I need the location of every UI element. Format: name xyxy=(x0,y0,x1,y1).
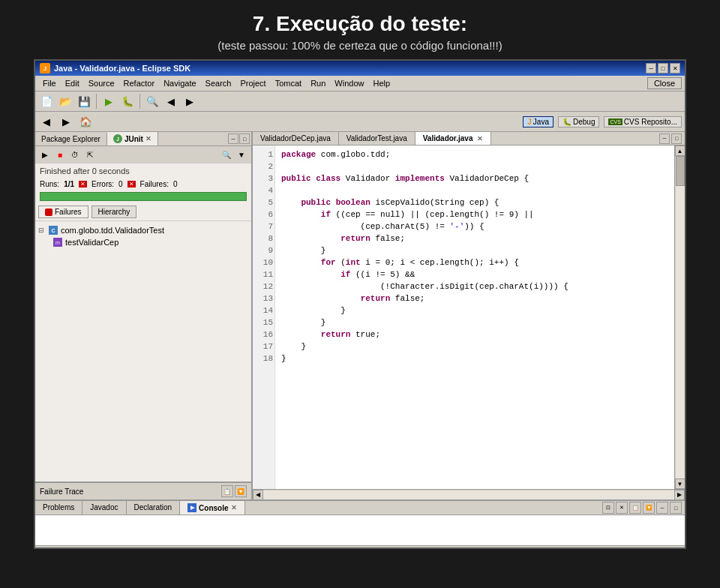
code-line-15: } xyxy=(281,316,668,328)
close-button[interactable]: Close xyxy=(647,77,682,89)
toolbar-search[interactable]: 🔍 xyxy=(144,93,160,110)
editor-tab-controls: ─ □ xyxy=(659,134,685,144)
line-num: 2 xyxy=(254,160,273,172)
toolbar-save[interactable]: 💾 xyxy=(76,93,92,110)
scroll-down[interactable]: ▼ xyxy=(675,478,686,489)
toolbar-back[interactable]: ◀ xyxy=(163,93,179,110)
title-text: Java - Validador.java - Eclipse SDK xyxy=(54,64,190,73)
slide-subtitle: (teste passou: 100% de certeza que o cód… xyxy=(0,39,720,52)
toolbar-home[interactable]: 🏠 xyxy=(77,113,94,130)
toolbar-row2: ◀ ▶ 🏠 J Java 🐛 Debug CVS CVS Reposito... xyxy=(35,112,685,132)
tab-console[interactable]: ▶ Console ✕ xyxy=(180,501,244,514)
line-num: 3 xyxy=(254,172,273,184)
editor-tab-close[interactable]: ✕ xyxy=(477,135,483,142)
menu-search[interactable]: Search xyxy=(201,77,236,89)
collapse-button[interactable]: ⇱ xyxy=(83,148,97,161)
cvs-perspective[interactable]: CVS CVS Reposito... xyxy=(604,116,682,128)
bottom-content xyxy=(35,515,685,545)
main-area: Package Explorer J JUnit ✕ ─ □ ▶ ■ ⏱ ⇱ xyxy=(35,132,685,500)
menu-tomcat[interactable]: Tomcat xyxy=(271,77,306,89)
menu-navigate[interactable]: Navigate xyxy=(159,77,200,89)
bt1[interactable]: ⊡ xyxy=(602,502,614,514)
tab-javadoc[interactable]: Javadoc xyxy=(82,501,126,514)
panel-toolbar-right: 🔍 ▼ xyxy=(220,148,248,161)
toolbar-debug[interactable]: 🐛 xyxy=(119,93,136,110)
debug-perspective[interactable]: 🐛 Debug xyxy=(558,116,599,128)
toolbar-forward[interactable]: ▶ xyxy=(182,93,198,110)
scroll-thumb[interactable] xyxy=(676,156,685,186)
bottom-panel: Problems Javadoc Declaration ▶ Console ✕… xyxy=(35,500,685,545)
scroll-up[interactable]: ▲ xyxy=(675,146,686,156)
tab-declaration[interactable]: Declaration xyxy=(127,501,181,514)
tab-junit[interactable]: J JUnit ✕ xyxy=(107,132,158,146)
junit-icon: J xyxy=(113,134,122,143)
code-content: package com.globo.tdd; public class Vali… xyxy=(275,146,674,489)
code-line-17: } xyxy=(281,340,668,352)
menu-button[interactable]: ▼ xyxy=(235,148,248,161)
tab-package-explorer[interactable]: Package Explorer xyxy=(35,133,107,146)
code-line-5: public boolean isCepValido(String cep) { xyxy=(281,196,668,208)
menu-file[interactable]: File xyxy=(38,77,61,89)
tab-problems[interactable]: Problems xyxy=(35,501,82,514)
code-line-16: return true; xyxy=(281,328,668,340)
toolbar-next[interactable]: ▶ xyxy=(58,113,74,130)
tab-failures[interactable]: Failures xyxy=(38,206,88,218)
bt2[interactable]: ✕ xyxy=(616,502,628,514)
toolbar-sep2 xyxy=(140,94,140,109)
console-close[interactable]: ✕ xyxy=(231,504,237,512)
tab-validadordecep[interactable]: ValidadorDeCep.java xyxy=(253,132,339,145)
console-icon: ▶ xyxy=(188,503,196,512)
bt6[interactable]: □ xyxy=(670,502,682,514)
toolbar-run[interactable]: ▶ xyxy=(100,93,117,110)
failure-trace-label: Failure Trace xyxy=(40,488,83,496)
panel-min[interactable]: ─ xyxy=(228,134,238,144)
errors-label: Errors: xyxy=(92,180,114,188)
code-line-7: (cep.charAt(5) != '-')) { xyxy=(281,220,668,232)
code-area: 1 2 3 4 5 6 7 8 9 10 11 12 13 14 15 16 1 xyxy=(253,146,685,489)
filter-button[interactable]: 🔍 xyxy=(220,148,233,161)
trace-copy[interactable]: 📋 xyxy=(221,485,233,497)
menu-window[interactable]: Window xyxy=(330,77,368,89)
tree-item-method[interactable]: m testValidarCep xyxy=(38,236,248,248)
tree-expand-icon: ⊟ xyxy=(38,226,46,234)
scrollbar-horizontal[interactable]: ◀ ▶ xyxy=(253,489,685,500)
toolbar-prev[interactable]: ◀ xyxy=(38,113,55,130)
bt4[interactable]: 🔽 xyxy=(643,502,655,514)
tree-folder-icon: C xyxy=(49,226,58,235)
menu-edit[interactable]: Edit xyxy=(61,77,84,89)
editor-tabs: ValidadorDeCep.java ValidadorTest.java V… xyxy=(253,132,685,146)
status-bar xyxy=(35,545,685,548)
minimize-button[interactable]: ─ xyxy=(646,63,656,74)
rerun-button[interactable]: ▶ xyxy=(38,148,52,161)
stop-button[interactable]: ■ xyxy=(53,148,67,161)
editor-max[interactable]: □ xyxy=(671,134,682,144)
junit-close[interactable]: ✕ xyxy=(146,135,152,142)
java-perspective[interactable]: J Java xyxy=(523,116,554,128)
menu-refactor[interactable]: Refactor xyxy=(119,77,160,89)
menu-items: File Edit Source Refactor Navigate Searc… xyxy=(38,77,394,89)
close-window-button[interactable]: ✕ xyxy=(670,63,680,74)
finished-text: Finished after 0 seconds xyxy=(35,164,251,178)
toolbar-open[interactable]: 📂 xyxy=(57,93,74,110)
code-line-11: if ((i != 5) && xyxy=(281,268,668,280)
menu-help[interactable]: Help xyxy=(368,77,394,89)
editor-tabs-left: ValidadorDeCep.java ValidadorTest.java V… xyxy=(253,132,491,145)
trace-filter[interactable]: 🔽 xyxy=(235,485,247,497)
tab-validador[interactable]: Validador.java ✕ xyxy=(416,132,491,145)
maximize-button[interactable]: □ xyxy=(658,63,668,74)
menu-source[interactable]: Source xyxy=(84,77,119,89)
tab-hierarchy[interactable]: Hierarchy xyxy=(92,206,137,218)
scroll-right[interactable]: ▶ xyxy=(674,490,685,500)
history-button[interactable]: ⏱ xyxy=(68,148,82,161)
bt5[interactable]: ─ xyxy=(656,502,668,514)
toolbar-new[interactable]: 📄 xyxy=(38,93,55,110)
menu-run[interactable]: Run xyxy=(306,77,330,89)
menu-project[interactable]: Project xyxy=(236,77,270,89)
scroll-left[interactable]: ◀ xyxy=(253,490,263,500)
bt3[interactable]: 📋 xyxy=(629,502,641,514)
tree-item-package[interactable]: ⊟ C com.globo.tdd.ValidadorTest xyxy=(38,224,248,236)
panel-max[interactable]: □ xyxy=(239,134,250,144)
scrollbar-vertical[interactable]: ▲ ▼ xyxy=(674,146,685,489)
editor-min[interactable]: ─ xyxy=(659,134,670,144)
tab-validadortest[interactable]: ValidadorTest.java xyxy=(339,132,416,145)
